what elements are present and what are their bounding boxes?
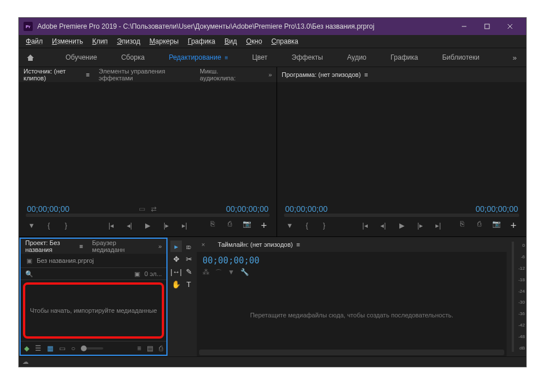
minimize-button[interactable] (453, 18, 476, 35)
snap-icon[interactable]: ⁂ (203, 268, 209, 278)
bin-icon[interactable]: ▣ (134, 270, 140, 278)
source-monitor[interactable]: 00;00;00;00 ▭⇄ 00;00;00;00 ▼ { } |◂ ◂| ▶… (19, 82, 277, 236)
hand-tool[interactable]: ✋ (170, 278, 182, 290)
fit-icon[interactable]: ▭ (139, 205, 145, 213)
step-back-button[interactable]: ◂| (125, 222, 134, 230)
play-button[interactable]: ▶ (143, 222, 153, 230)
go-to-in-button[interactable]: |◂ (107, 222, 116, 230)
automate-button[interactable]: ▤ (147, 344, 153, 352)
sort-button[interactable]: ≡ (137, 344, 141, 352)
ws-assembly[interactable]: Сборка (119, 50, 147, 65)
export-frame-button[interactable]: 📷 (492, 220, 501, 232)
program-monitor[interactable]: 00;00;00;00 00;00;00;00 ▼ { } |◂ ◂| ▶ |▸… (277, 82, 526, 236)
selection-tool[interactable]: ▸ (170, 240, 182, 252)
track-select-tool[interactable]: ⎄ (183, 240, 194, 252)
timeline-scrollbar[interactable] (199, 350, 504, 355)
project-drop-area[interactable]: Чтобы начать, импортируйте медиаданные (23, 282, 164, 339)
settings-icon[interactable]: ⇄ (151, 205, 157, 213)
menu-window[interactable]: Окно (243, 36, 266, 46)
menu-help[interactable]: Справка (268, 36, 302, 46)
timeline-timecode[interactable]: 00;00;00;00 (203, 255, 501, 266)
tab-program[interactable]: Программа: (нет эпизодов)≡ (282, 71, 368, 78)
ws-graphics[interactable]: Графика (388, 50, 421, 65)
mark-in-button[interactable]: { (302, 222, 312, 230)
lift-button[interactable]: ⎘ (457, 220, 466, 232)
play-button[interactable]: ▶ (397, 222, 406, 230)
panel-menu-icon[interactable]: ≡ (86, 71, 89, 78)
tabs-overflow[interactable]: » (268, 71, 272, 78)
home-button[interactable] (19, 53, 42, 61)
ws-overflow[interactable]: » (503, 53, 526, 62)
step-back-button[interactable]: ◂| (379, 222, 388, 230)
menu-view[interactable]: Вид (221, 36, 240, 46)
extract-button[interactable]: ⎙ (474, 220, 484, 232)
mark-in-button[interactable]: { (44, 222, 53, 230)
ws-effects[interactable]: Эффекты (289, 50, 325, 65)
panel-menu-icon[interactable]: ≡ (225, 55, 228, 61)
program-tc-in[interactable]: 00;00;00;00 (285, 204, 328, 214)
zoom-out-icon[interactable]: ○ (71, 344, 75, 352)
insert-button[interactable]: ⎘ (208, 220, 217, 232)
timeline-tracks[interactable]: Перетащите медиафайлы сюда, чтобы создат… (197, 281, 507, 348)
menu-sequence[interactable]: Эпизод (114, 36, 144, 46)
search-icon[interactable]: 🔍 (25, 270, 33, 278)
ws-editing[interactable]: Редактирование≡ (166, 50, 230, 65)
ws-learning[interactable]: Обучение (63, 50, 99, 65)
tab-source[interactable]: Источник: (нет клипов)≡ (24, 68, 89, 81)
audio-meter[interactable]: 0 -6 -12 -18 -24 -30 -36 -42 -48 dB (507, 237, 526, 356)
titlebar[interactable]: Pr Adobe Premiere Pro 2019 - C:\Пользова… (19, 18, 526, 35)
panel-menu-icon[interactable]: ≡ (79, 243, 83, 250)
menu-markers[interactable]: Маркеры (146, 36, 182, 46)
tab-media-browser[interactable]: Браузер медиаданн (92, 239, 140, 253)
menu-edit[interactable]: Изменить (49, 36, 87, 46)
close-button[interactable] (499, 18, 521, 35)
slip-tool[interactable]: |↔| (170, 266, 182, 277)
close-tab-icon[interactable]: × (201, 241, 205, 248)
add-marker-icon[interactable]: ▼ (228, 268, 235, 278)
tab-project[interactable]: Проект: Без названия≡ (25, 239, 83, 253)
go-to-out-button[interactable]: ▸| (180, 222, 189, 230)
find-button[interactable]: ⎙ (159, 344, 163, 352)
tab-timeline[interactable]: Таймлайн: (нет эпизодов)≡ (217, 241, 299, 248)
ws-color[interactable]: Цвет (250, 50, 270, 65)
add-marker-button[interactable]: ▼ (285, 222, 294, 230)
freeform-view-button[interactable]: ▭ (59, 344, 65, 352)
panel-menu-icon[interactable]: ≡ (364, 71, 368, 78)
linked-selection-icon[interactable]: ⌒ (215, 268, 222, 278)
program-tc-out[interactable]: 00;00;00;00 (476, 204, 518, 214)
panel-menu-icon[interactable]: ≡ (297, 241, 300, 248)
tab-effect-controls[interactable]: Элементы управления эффектами (99, 68, 190, 81)
source-tc-in[interactable]: 00;00;00;00 (27, 204, 69, 214)
source-tc-out[interactable]: 00;00;00;00 (226, 204, 268, 214)
step-fwd-button[interactable]: |▸ (162, 222, 171, 230)
step-fwd-button[interactable]: |▸ (415, 222, 425, 230)
overwrite-button[interactable]: ⎙ (225, 220, 234, 232)
pen-tool[interactable]: ✎ (183, 266, 194, 277)
button-editor[interactable]: + (509, 220, 518, 232)
list-view-button[interactable]: ☰ (35, 344, 41, 352)
go-to-out-button[interactable]: ▸| (434, 222, 443, 230)
ws-libraries[interactable]: Библиотеки (440, 50, 482, 65)
menu-file[interactable]: Файл (22, 36, 46, 46)
project-filename: Без названия.prproj (37, 257, 94, 264)
add-marker-button[interactable]: ▼ (27, 222, 36, 230)
icon-view-button[interactable]: ▦ (47, 344, 53, 352)
export-frame-button[interactable]: 📷 (242, 220, 251, 232)
tab-audio-mixer[interactable]: Микш. аудиоклипа: (200, 68, 250, 81)
timeline-settings-icon[interactable]: 🔧 (240, 268, 249, 278)
tabs-overflow[interactable]: » (158, 243, 162, 250)
ripple-edit-tool[interactable]: ✥ (170, 253, 182, 265)
mark-out-button[interactable]: } (320, 222, 329, 230)
thumbnail-size-slider[interactable] (81, 347, 103, 350)
ws-audio[interactable]: Аудио (345, 50, 369, 65)
write-lock-icon[interactable]: ◆ (24, 344, 29, 352)
button-editor[interactable]: + (259, 220, 268, 232)
mark-out-button[interactable]: } (61, 222, 71, 230)
razor-tool[interactable]: ✂ (183, 253, 194, 265)
menu-clip[interactable]: Клип (89, 36, 111, 46)
menu-graphics[interactable]: Графика (184, 36, 219, 46)
go-to-in-button[interactable]: |◂ (360, 222, 369, 230)
cloud-sync-icon[interactable]: ☁ (22, 358, 29, 366)
type-tool[interactable]: T (183, 278, 194, 290)
maximize-button[interactable] (476, 18, 499, 35)
